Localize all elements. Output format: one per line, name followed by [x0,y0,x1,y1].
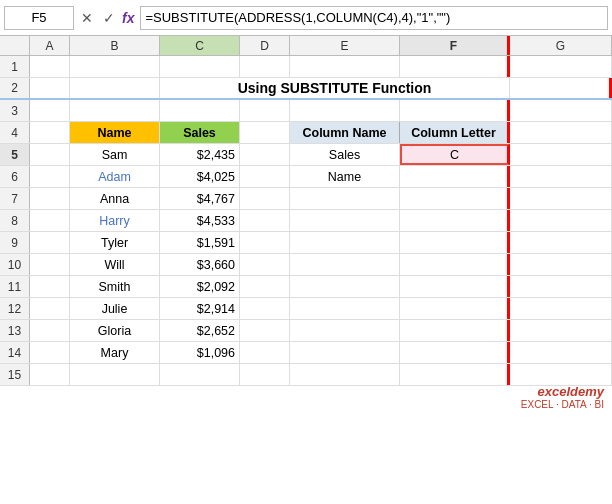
cell-a2[interactable] [30,78,70,98]
cell-b3[interactable] [70,100,160,121]
cancel-icon[interactable]: ✕ [78,10,96,26]
col-header-c[interactable]: C [160,36,240,55]
cell-c11[interactable]: $2,092 [160,276,240,297]
cell-f14[interactable] [400,342,510,363]
cell-f13[interactable] [400,320,510,341]
cell-f10[interactable] [400,254,510,275]
cell-g6[interactable] [510,166,612,187]
cell-b9[interactable]: Tyler [70,232,160,253]
col-header-a[interactable]: A [30,36,70,55]
cell-g7[interactable] [510,188,612,209]
cell-g9[interactable] [510,232,612,253]
cell-c1[interactable] [160,56,240,77]
cell-e11[interactable] [290,276,400,297]
cell-d7[interactable] [240,188,290,209]
cell-c9[interactable]: $1,591 [160,232,240,253]
cell-g13[interactable] [510,320,612,341]
cell-c6[interactable]: $4,025 [160,166,240,187]
cell-a9[interactable] [30,232,70,253]
cell-f6[interactable] [400,166,510,187]
cell-a15[interactable] [30,364,70,385]
col-header-e[interactable]: E [290,36,400,55]
cell-f7[interactable] [400,188,510,209]
cell-a11[interactable] [30,276,70,297]
cell-f1[interactable] [400,56,510,77]
cell-b12[interactable]: Julie [70,298,160,319]
cell-f3[interactable] [400,100,510,121]
cell-c7[interactable]: $4,767 [160,188,240,209]
cell-d13[interactable] [240,320,290,341]
cell-b7[interactable]: Anna [70,188,160,209]
cell-c10[interactable]: $3,660 [160,254,240,275]
cell-e14[interactable] [290,342,400,363]
cell-e4-colname-header[interactable]: Column Name [290,122,400,143]
cell-f15[interactable] [400,364,510,385]
confirm-icon[interactable]: ✓ [100,10,118,26]
cell-g2[interactable] [510,78,612,98]
cell-c13[interactable]: $2,652 [160,320,240,341]
cell-a10[interactable] [30,254,70,275]
cell-e13[interactable] [290,320,400,341]
cell-b15[interactable] [70,364,160,385]
cell-a4[interactable] [30,122,70,143]
cell-c5[interactable]: $2,435 [160,144,240,165]
cell-g14[interactable] [510,342,612,363]
cell-a14[interactable] [30,342,70,363]
cell-b1[interactable] [70,56,160,77]
cell-g5[interactable] [510,144,612,165]
cell-f12[interactable] [400,298,510,319]
cell-b11[interactable]: Smith [70,276,160,297]
cell-d9[interactable] [240,232,290,253]
cell-d14[interactable] [240,342,290,363]
cell-b14[interactable]: Mary [70,342,160,363]
cell-c3[interactable] [160,100,240,121]
formula-input[interactable] [140,6,608,30]
cell-a7[interactable] [30,188,70,209]
cell-g12[interactable] [510,298,612,319]
cell-b8[interactable]: Harry [70,210,160,231]
cell-g15[interactable] [510,364,612,385]
cell-g3[interactable] [510,100,612,121]
cell-g8[interactable] [510,210,612,231]
cell-a1[interactable] [30,56,70,77]
cell-a12[interactable] [30,298,70,319]
cell-g4[interactable] [510,122,612,143]
cell-b10[interactable]: Will [70,254,160,275]
cell-e1[interactable] [290,56,400,77]
cell-d1[interactable] [240,56,290,77]
cell-f8[interactable] [400,210,510,231]
cell-e3[interactable] [290,100,400,121]
cell-e5[interactable]: Sales [290,144,400,165]
cell-c8[interactable]: $4,533 [160,210,240,231]
cell-a13[interactable] [30,320,70,341]
cell-e9[interactable] [290,232,400,253]
cell-c14[interactable]: $1,096 [160,342,240,363]
col-header-f[interactable]: F [400,36,510,55]
cell-d3[interactable] [240,100,290,121]
col-header-b[interactable]: B [70,36,160,55]
cell-c12[interactable]: $2,914 [160,298,240,319]
cell-b5[interactable]: Sam [70,144,160,165]
cell-f5[interactable]: C [400,144,510,165]
cell-a5[interactable] [30,144,70,165]
cell-b4-name-header[interactable]: Name [70,122,160,143]
cell-d4[interactable] [240,122,290,143]
cell-b13[interactable]: Gloria [70,320,160,341]
cell-name-box[interactable]: F5 [4,6,74,30]
cell-d8[interactable] [240,210,290,231]
cell-d15[interactable] [240,364,290,385]
cell-e10[interactable] [290,254,400,275]
cell-d12[interactable] [240,298,290,319]
cell-e8[interactable] [290,210,400,231]
cell-a8[interactable] [30,210,70,231]
cell-a3[interactable] [30,100,70,121]
cell-d5[interactable] [240,144,290,165]
cell-e7[interactable] [290,188,400,209]
cell-a6[interactable] [30,166,70,187]
cell-d10[interactable] [240,254,290,275]
col-header-g[interactable]: G [510,36,612,55]
cell-d11[interactable] [240,276,290,297]
cell-g11[interactable] [510,276,612,297]
cell-g10[interactable] [510,254,612,275]
cell-b6[interactable]: Adam [70,166,160,187]
